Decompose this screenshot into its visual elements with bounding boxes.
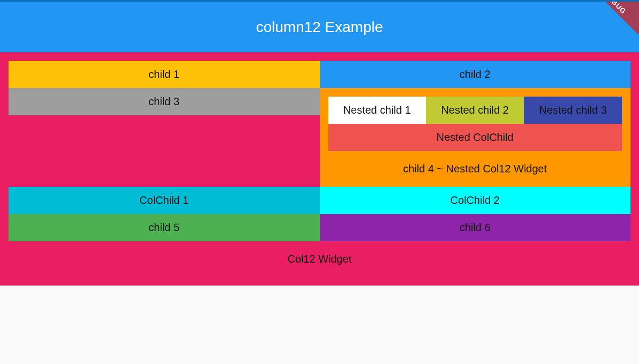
- nested-cell-1: Nested child 1: [328, 97, 427, 124]
- nested-cell-3: Nested child 3: [524, 97, 622, 124]
- nested-col12-widget: Nested child 1 Nested child 2 Nested chi…: [320, 88, 631, 187]
- debug-banner-label: BUG: [591, 2, 639, 34]
- col12-widget-label: Col12 Widget: [9, 241, 630, 277]
- col12-grid: child 1 child 2 child 3 Nested child 1 N…: [9, 61, 630, 241]
- nested-colchild: Nested ColChild: [328, 124, 622, 151]
- grid-cell-child5: child 5: [9, 214, 320, 241]
- grid-cell-colchild1: ColChild 1: [9, 187, 320, 214]
- grid-cell-colchild2: ColChild 2: [320, 187, 631, 214]
- nested-label: child 4 ~ Nested Col12 Widget: [328, 151, 622, 187]
- col12-widget-container: child 1 child 2 child 3 Nested child 1 N…: [0, 52, 639, 286]
- grid-cell-child6: child 6: [320, 214, 631, 241]
- grid-cell-child3: child 3: [9, 88, 320, 115]
- app-bar: column12 Example BUG: [0, 2, 639, 52]
- app-bar-title: column12 Example: [256, 19, 383, 36]
- grid-cell-child1: child 1: [9, 61, 320, 88]
- debug-banner: BUG: [591, 2, 639, 34]
- nested-grid: Nested child 1 Nested child 2 Nested chi…: [328, 97, 622, 124]
- grid-cell-child2: child 2: [320, 61, 631, 88]
- nested-cell-2: Nested child 2: [426, 97, 524, 124]
